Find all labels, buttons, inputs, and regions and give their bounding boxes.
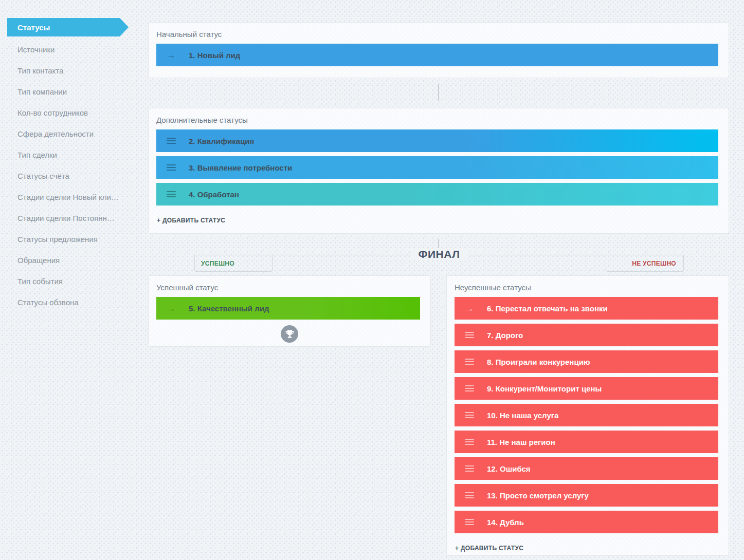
arrow-right-icon[interactable]: → (464, 304, 475, 313)
sidebar-item-label: Тип события (17, 277, 63, 286)
fail-branch-tab: НЕ УСПЕШНО (606, 255, 684, 272)
drag-handle-icon[interactable] (464, 519, 475, 525)
status-label: 1. Новый лид (189, 51, 240, 60)
success-status-list: → 5. Качественный лид (156, 297, 420, 320)
additional-statuses-panel: Дополнительные статусы 2. Квалификация 3… (148, 108, 729, 234)
sidebar-item-label: Стадии сделки Новый кли… (17, 193, 119, 201)
sidebar-item-label: Кол-во сотрудников (17, 108, 88, 117)
sidebar-item[interactable]: Статусы предложения (0, 229, 135, 250)
status-label: 2. Квалификация (189, 137, 254, 145)
success-status-panel: Успешный статус → 5. Качественный лид (148, 275, 431, 347)
status-bar[interactable]: 11. Не наш регион (455, 431, 718, 453)
sidebar-item-label: Статусы обзвона (17, 298, 79, 307)
sidebar-item[interactable]: Тип компании (0, 81, 135, 102)
drag-handle-icon[interactable] (166, 138, 176, 144)
sidebar-item-label: Статусы счёта (17, 172, 69, 180)
sidebar-item[interactable]: Статусы обзвона (0, 292, 135, 313)
add-status-button[interactable]: + ДОБАВИТЬ СТАТУС (455, 545, 523, 560)
add-status-button[interactable]: + ДОБАВИТЬ СТАТУС (157, 217, 225, 232)
sidebar-item-label: Источники (17, 45, 55, 54)
sidebar-item-label: Тип компании (17, 87, 67, 96)
final-divider: ФИНАЛ УСПЕШНО НЕ УСПЕШНО (194, 255, 684, 255)
sidebar-item[interactable]: Тип сделки (0, 144, 135, 165)
sidebar-item-label: Сфера деятельности (17, 129, 94, 138)
sidebar-item-label: Тип контакта (17, 66, 63, 75)
additional-status-list: 2. Квалификация 3. Выявление потребности… (156, 129, 718, 206)
success-branch-tab: УСПЕШНО (194, 255, 273, 272)
sidebar-item-label: Статусы (17, 23, 50, 32)
drag-handle-icon[interactable] (464, 412, 475, 418)
panel-title: Начальный статус (156, 30, 718, 39)
flow-connector-line (438, 239, 439, 249)
drag-handle-icon[interactable] (166, 164, 176, 171)
status-label: 10. Не наша услуга (487, 411, 558, 420)
arrow-right-icon: → (166, 304, 176, 313)
panel-title: Успешный статус (156, 283, 420, 292)
status-label: 6. Перестал отвечать на звонки (487, 304, 608, 313)
sidebar-item[interactable]: Тип контакта (0, 60, 135, 81)
drag-handle-icon[interactable] (464, 439, 475, 445)
sidebar-item[interactable]: Сфера деятельности (0, 123, 135, 144)
sidebar-item-label: Обращения (17, 256, 60, 265)
status-bar[interactable]: 9. Конкурент/Мониторит цены (455, 377, 718, 400)
panel-title: Неуспешные статусы (455, 283, 718, 292)
flow-connector-line (438, 84, 439, 101)
status-label: 11. Не наш регион (487, 438, 555, 446)
status-bar[interactable]: 8. Проиграли конкуренцию (455, 350, 718, 373)
initial-status-panel: Начальный статус → 1. Новый лид (148, 22, 729, 78)
status-label: 7. Дорого (487, 331, 523, 340)
status-label: 13. Просто смотрел услугу (487, 491, 589, 500)
drag-handle-icon[interactable] (464, 465, 475, 472)
sidebar-item-label: Стадии сделки Постоянн… (17, 214, 115, 222)
status-label: 9. Конкурент/Мониторит цены (487, 384, 602, 393)
status-label: 5. Качественный лид (189, 304, 269, 313)
sidebar-item[interactable]: Тип события (0, 271, 135, 292)
final-divider-label: ФИНАЛ (411, 248, 467, 260)
settings-sidebar: Статусы Источники Тип контакта Тип компа… (0, 18, 135, 313)
sidebar-item[interactable]: Источники (0, 39, 135, 60)
sidebar-item[interactable]: Стадии сделки Новый кли… (0, 186, 135, 208)
status-bar[interactable]: 2. Квалификация (156, 129, 718, 152)
status-bar[interactable]: 14. Дубль (455, 511, 718, 533)
status-bar[interactable]: 3. Выявление потребности (156, 156, 718, 179)
status-label: 8. Проиграли конкуренцию (487, 358, 590, 366)
sidebar-item[interactable]: Стадии сделки Постоянн… (0, 208, 135, 229)
drag-handle-icon[interactable] (464, 385, 475, 391)
sidebar-item[interactable]: Обращения (0, 250, 135, 271)
status-label: 14. Дубль (487, 518, 524, 527)
trophy-icon (281, 325, 298, 343)
drag-handle-icon[interactable] (464, 492, 475, 498)
drag-handle-icon[interactable] (464, 332, 475, 338)
sidebar-item-label: Статусы предложения (17, 235, 98, 244)
status-bar[interactable]: → 6. Перестал отвечать на звонки (455, 297, 718, 320)
status-bar[interactable]: 13. Просто смотрел услугу (455, 484, 718, 507)
sidebar-item-label: Тип сделки (17, 151, 57, 159)
panel-title: Дополнительные статусы (156, 116, 718, 125)
status-bar[interactable]: 10. Не наша услуга (455, 404, 718, 426)
status-bar[interactable]: → 5. Качественный лид (156, 297, 420, 320)
status-label: 12. Ошибся (487, 464, 531, 473)
drag-handle-icon[interactable] (166, 191, 176, 197)
status-bar[interactable]: → 1. Новый лид (156, 44, 718, 66)
status-bar[interactable]: 4. Обработан (156, 183, 718, 206)
sidebar-item[interactable]: Статусы счёта (0, 165, 135, 186)
status-label: 3. Выявление потребности (189, 163, 292, 172)
sidebar-item[interactable]: Статусы (7, 18, 129, 36)
initial-status-list: → 1. Новый лид (156, 44, 718, 66)
status-bar[interactable]: 12. Ошибся (455, 457, 718, 480)
failed-statuses-panel: Неуспешные статусы → 6. Перестал отвечат… (446, 275, 729, 556)
status-label: 4. Обработан (189, 190, 239, 199)
status-bar[interactable]: 7. Дорого (455, 324, 718, 346)
arrow-right-icon: → (166, 51, 176, 60)
drag-handle-icon[interactable] (464, 359, 475, 365)
failed-status-list: → 6. Перестал отвечать на звонки 7. Доро… (455, 297, 718, 533)
sidebar-item[interactable]: Кол-во сотрудников (0, 102, 135, 123)
